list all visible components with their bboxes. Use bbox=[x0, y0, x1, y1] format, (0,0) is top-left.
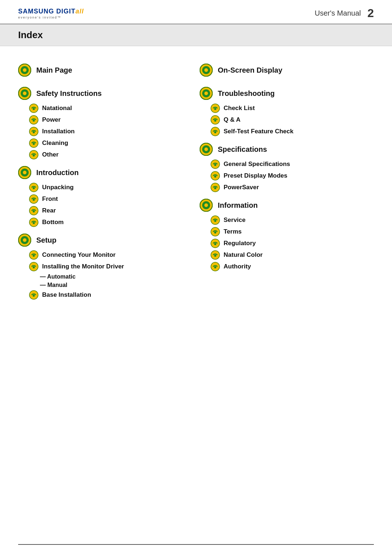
svg-point-63 bbox=[214, 231, 216, 234]
bottom-label: Bottom bbox=[42, 219, 64, 226]
svg-point-59 bbox=[204, 203, 208, 207]
installation-icon bbox=[29, 127, 38, 136]
header-right: User's Manual 2 bbox=[315, 7, 374, 20]
sub-regulatory[interactable]: Regulatory bbox=[211, 239, 374, 248]
svg-point-43 bbox=[214, 108, 216, 110]
qna-label: Q & A bbox=[224, 116, 241, 123]
section-setup[interactable]: Setup bbox=[18, 234, 192, 247]
osd-icon bbox=[200, 64, 213, 77]
sub-terms[interactable]: Terms bbox=[211, 227, 374, 236]
logo-tagline: everyone's invited™ bbox=[18, 16, 61, 19]
connecting-label: Connecting Your Monitor bbox=[42, 251, 115, 259]
safety-icon bbox=[18, 87, 31, 100]
base-installation-icon bbox=[29, 290, 38, 300]
sub-cleaning[interactable]: Cleaning bbox=[29, 138, 192, 148]
sub-unpacking[interactable]: Unpacking bbox=[29, 183, 192, 192]
osd-title: On-Screen Display bbox=[218, 66, 282, 74]
checklist-icon bbox=[211, 104, 220, 113]
svg-point-65 bbox=[214, 243, 216, 245]
content: Main Page Safety Instructions bbox=[0, 46, 392, 316]
general-specs-label: General Specifications bbox=[224, 161, 290, 168]
general-specs-icon bbox=[211, 159, 220, 169]
section-information[interactable]: Information bbox=[200, 199, 374, 212]
svg-point-50 bbox=[204, 147, 208, 151]
cleaning-icon bbox=[29, 138, 38, 148]
power-label: Power bbox=[42, 116, 61, 123]
svg-point-9 bbox=[33, 119, 35, 122]
svg-point-22 bbox=[33, 199, 35, 201]
powersaver-label: PowerSaver bbox=[224, 184, 259, 191]
section-troubleshooting[interactable]: Troubleshooting bbox=[200, 87, 374, 100]
index-title: Index bbox=[18, 29, 43, 40]
svg-point-41 bbox=[204, 92, 208, 95]
setup-title: Setup bbox=[36, 236, 57, 244]
page-number: 2 bbox=[367, 7, 374, 20]
section-osd[interactable]: On-Screen Display bbox=[200, 64, 374, 77]
troubleshooting-icon bbox=[200, 87, 213, 100]
information-title: Information bbox=[218, 201, 258, 210]
other-label: Other bbox=[42, 151, 58, 158]
sub-service[interactable]: Service bbox=[211, 215, 374, 225]
regulatory-label: Regulatory bbox=[224, 240, 256, 247]
installing-driver-icon bbox=[29, 262, 38, 271]
section-safety[interactable]: Safety Instructions bbox=[18, 87, 192, 100]
sub-natural-color[interactable]: Natural Color bbox=[211, 250, 374, 260]
sub-power[interactable]: Power bbox=[29, 115, 192, 125]
sub-connecting[interactable]: Connecting Your Monitor bbox=[29, 250, 192, 260]
manual-label: User's Manual bbox=[315, 9, 361, 17]
sub-base-installation[interactable]: Base Installation bbox=[29, 290, 192, 300]
installing-driver-label: Installing the Monitor Driver bbox=[42, 263, 124, 270]
terms-label: Terms bbox=[224, 228, 242, 235]
sub-authority[interactable]: Authority bbox=[211, 262, 374, 271]
sub-installation[interactable]: Installation bbox=[29, 127, 192, 136]
specifications-title: Specifications bbox=[218, 145, 267, 154]
sub-automatic[interactable]: — Automatic bbox=[40, 274, 192, 280]
authority-label: Authority bbox=[224, 263, 251, 270]
svg-point-20 bbox=[33, 187, 35, 189]
sub-checklist[interactable]: Check List bbox=[211, 104, 374, 113]
header: SAMSUNG DIGITall everyone's invited™ Use… bbox=[0, 0, 392, 24]
svg-point-67 bbox=[214, 255, 216, 257]
sub-general-specs[interactable]: General Specifications bbox=[211, 159, 374, 169]
sub-front[interactable]: Front bbox=[29, 194, 192, 204]
section-specifications[interactable]: Specifications bbox=[200, 143, 374, 156]
section-main-page[interactable]: Main Page bbox=[18, 64, 192, 77]
natational-icon bbox=[29, 104, 38, 113]
svg-point-45 bbox=[214, 119, 216, 122]
sub-preset-display[interactable]: Preset Display Modes bbox=[211, 171, 374, 181]
sub-manual[interactable]: — Manual bbox=[40, 282, 192, 288]
svg-point-31 bbox=[33, 255, 35, 257]
section-introduction[interactable]: Introduction bbox=[18, 166, 192, 179]
svg-point-35 bbox=[33, 295, 35, 297]
main-page-icon bbox=[18, 64, 31, 77]
sub-powersaver[interactable]: PowerSaver bbox=[211, 183, 374, 192]
sub-bottom[interactable]: Bottom bbox=[29, 218, 192, 227]
other-icon bbox=[29, 150, 38, 159]
sub-rear[interactable]: Rear bbox=[29, 206, 192, 215]
svg-point-56 bbox=[214, 187, 216, 189]
svg-point-15 bbox=[33, 154, 35, 157]
authority-icon bbox=[211, 262, 220, 271]
unpacking-label: Unpacking bbox=[42, 184, 74, 191]
bottom-icon bbox=[29, 218, 38, 227]
logo-area: SAMSUNG DIGITall everyone's invited™ bbox=[18, 8, 84, 19]
natural-color-label: Natural Color bbox=[224, 251, 263, 259]
terms-icon bbox=[211, 227, 220, 236]
svg-point-24 bbox=[33, 210, 35, 212]
cleaning-label: Cleaning bbox=[42, 139, 68, 147]
selftest-label: Self-Test Feature Check bbox=[224, 128, 293, 135]
service-icon bbox=[211, 215, 220, 225]
sub-other[interactable]: Other bbox=[29, 150, 192, 159]
natural-color-icon bbox=[211, 250, 220, 260]
sub-selftest[interactable]: Self-Test Feature Check bbox=[211, 127, 374, 136]
preset-display-icon bbox=[211, 171, 220, 181]
svg-point-61 bbox=[214, 220, 216, 222]
sub-installing-driver[interactable]: Installing the Monitor Driver bbox=[29, 262, 192, 271]
setup-icon bbox=[18, 234, 31, 247]
powersaver-icon bbox=[211, 183, 220, 192]
sub-qna[interactable]: Q & A bbox=[211, 115, 374, 125]
samsung-text: SAMSUNG DIGITall bbox=[18, 8, 84, 15]
sub-natational[interactable]: Natational bbox=[29, 104, 192, 113]
connecting-icon bbox=[29, 250, 38, 260]
qna-icon bbox=[211, 115, 220, 125]
